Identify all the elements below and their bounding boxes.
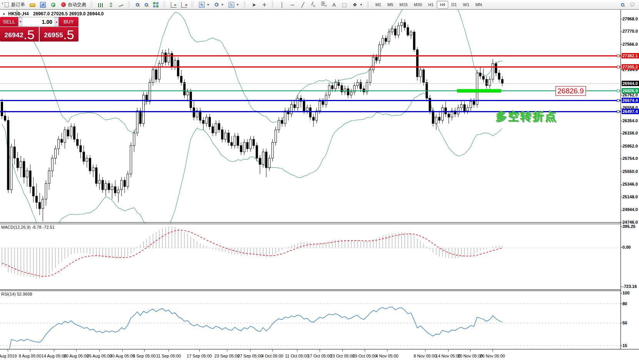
price-axis-label: 25346.0 — [622, 182, 638, 186]
time-axis-label: 30 Aug 05:00 — [110, 354, 135, 358]
auto-scroll-button[interactable] — [169, 1, 179, 9]
zoom-in-button[interactable]: + — [133, 2, 142, 8]
auto-trading-label: 自动交易 — [68, 2, 86, 8]
zoom-out-button[interactable]: − — [142, 2, 151, 8]
time-axis-label: 23 Oct 05:00 — [330, 354, 355, 358]
timeframe-button-m15[interactable]: M15 — [396, 1, 410, 8]
time-axis-tick — [320, 350, 320, 351]
price-axis-tick — [621, 159, 622, 159]
horizontal-line-button[interactable]: ─ — [287, 1, 298, 9]
panel-separator[interactable] — [0, 291, 621, 291]
timeframe-button-w1[interactable]: W1 — [460, 1, 472, 8]
time-axis-tick — [492, 350, 493, 351]
candlestick-button[interactable] — [106, 1, 116, 8]
price-axis-tick — [621, 210, 622, 210]
volume-box: ▼ ▲ — [18, 17, 59, 27]
rsi-axis-tick — [621, 323, 622, 323]
buy-price-main: 26955 — [44, 32, 63, 39]
chat-icon: 🗩 — [629, 2, 635, 8]
price-axis-tick — [621, 184, 622, 185]
panel-separator[interactable] — [0, 222, 621, 223]
timeframe-button-h4[interactable]: H4 — [437, 1, 448, 8]
sell-price[interactable]: 26942 .5 — [0, 27, 40, 42]
channel-button[interactable]: ⫽E — [308, 0, 319, 10]
indicators-button[interactable]: ▼ — [197, 1, 212, 9]
horizontal-line-icon: ─ — [290, 2, 295, 8]
chart-symbol: HK50-,H4 — [8, 11, 28, 17]
time-axis-tick — [169, 350, 169, 351]
timeframe-button-m30[interactable]: M30 — [411, 1, 425, 8]
trendline-button[interactable]: ╱ — [298, 1, 308, 9]
bar-chart-button[interactable] — [96, 1, 106, 8]
dropdown-arrow-icon: ▼ — [360, 3, 363, 7]
rsi-axis-tick — [621, 304, 622, 304]
templates-button[interactable]: ▼ — [226, 1, 242, 9]
shapes-button[interactable]: ❖▼ — [350, 1, 365, 9]
time-axis-label: 26 Nov 05:00 — [480, 354, 505, 358]
new-order-button[interactable]: 新订单 — [2, 0, 27, 9]
price-axis-tick — [621, 32, 622, 32]
publish-button[interactable]: ↗ — [38, 1, 48, 9]
label-button[interactable]: ⬚T — [339, 1, 350, 9]
buy-button[interactable]: BUY — [59, 17, 78, 27]
search-button[interactable] — [618, 2, 627, 8]
macd-label: MACD(12,26,9) -8.78 -72.51 — [1, 225, 55, 229]
chat-button[interactable]: 🗩 — [627, 1, 637, 9]
panel-separator[interactable] — [0, 224, 621, 224]
dropdown-arrow-icon: ▼ — [221, 3, 224, 7]
time-axis-label: 8 Aug 05:00 — [19, 354, 42, 358]
timeframe-button-m5[interactable]: M5 — [384, 1, 396, 8]
macd-axis-label: 0.00 — [622, 245, 631, 249]
crosshair-button[interactable]: ✛ — [259, 1, 270, 9]
auto-trading-button[interactable]: 自动交易 — [58, 0, 88, 9]
fibonacci-button[interactable]: ☰F — [319, 0, 329, 10]
rsi-axis-tick — [621, 346, 622, 346]
periods-button[interactable]: ▼ — [212, 1, 226, 8]
volume-input[interactable] — [22, 17, 55, 26]
time-axis-tick — [227, 350, 227, 351]
text-button[interactable]: A — [329, 1, 339, 9]
vertical-line-button[interactable]: │ — [277, 1, 287, 9]
time-axis-label: 14 Nov 05:00 — [435, 354, 460, 358]
deposit-button[interactable] — [27, 1, 38, 8]
time-axis-label: 11 Sep 05:00 — [156, 354, 181, 358]
turning-point-annotation[interactable]: 多空转折点 — [496, 109, 557, 124]
timeframe-button-h1[interactable]: H1 — [425, 1, 437, 8]
price-axis-border — [621, 10, 621, 349]
templates-icon — [229, 2, 234, 8]
indicators-icon — [199, 2, 205, 8]
signals-icon — [51, 3, 55, 7]
panel-separator[interactable] — [0, 289, 621, 290]
time-axis-tick — [250, 350, 250, 351]
chart-shift-button[interactable] — [179, 1, 189, 9]
tile-windows-button[interactable] — [151, 1, 161, 9]
volume-decrease-button[interactable]: ▼ — [18, 17, 22, 26]
timeframe-button-m1[interactable]: M1 — [372, 1, 384, 8]
new-order-label: 新订单 — [11, 2, 25, 8]
macd-axis-tick — [621, 286, 622, 287]
volume-increase-button[interactable]: ▲ — [55, 17, 58, 26]
time-axis-label: 20 Nov 05:00 — [457, 354, 482, 358]
one-click-trading-panel: SELL ▼ ▲ BUY 26942 .5 26955 .5 — [0, 17, 78, 42]
time-axis-tick — [387, 350, 387, 351]
price-tag-27205.2: 27205.2 — [622, 64, 639, 70]
trendline-icon: ╱ — [300, 2, 306, 8]
price-axis-tick — [621, 70, 622, 70]
macd-axis-tick — [621, 226, 622, 227]
time-axis-tick — [272, 350, 273, 351]
timeframe-button-mn[interactable]: MN — [472, 1, 485, 8]
tile-windows-icon — [153, 2, 159, 8]
price-axis-label: 27770.0 — [622, 29, 638, 33]
line-chart-button[interactable] — [116, 2, 126, 8]
price-axis-tick — [621, 19, 622, 19]
chart-canvas[interactable] — [0, 0, 639, 364]
price-tag-27382.1: 27382.1 — [622, 53, 639, 58]
time-axis-label: 26 Aug 05:00 — [87, 354, 112, 358]
cursor-button[interactable]: ➤ — [249, 1, 259, 9]
signals-button[interactable] — [48, 1, 58, 9]
price-level-annotation[interactable]: 26826.9 — [556, 86, 586, 96]
sell-button[interactable]: SELL — [0, 17, 18, 27]
auto-trading-icon — [61, 2, 66, 7]
timeframe-button-d1[interactable]: D1 — [448, 1, 460, 8]
buy-price[interactable]: 26955 .5 — [40, 27, 78, 42]
